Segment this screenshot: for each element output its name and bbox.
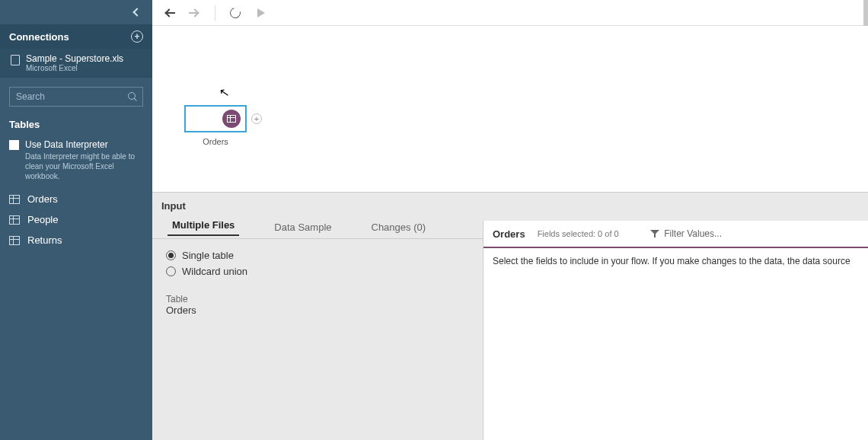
table-label: Returns [27,234,62,246]
radio-single-table[interactable]: Single table [166,250,469,261]
table-value: Orders [166,304,469,316]
filter-values-button[interactable]: Filter Values... [650,228,859,239]
search-input[interactable] [9,87,143,107]
table-heading: Table [166,294,469,304]
connection-item[interactable]: Sample - Superstore.xls Microsoft Excel [0,49,152,78]
refresh-button[interactable] [229,7,241,19]
input-config-pane: Multiple Files Data Sample Changes (0) S… [152,216,483,440]
add-connection-button[interactable]: + [131,30,143,43]
radio-label: Wildcard union [182,266,247,277]
cursor-icon: ↖ [218,84,230,100]
node-type-icon [222,110,241,128]
table-item-people[interactable]: People [0,209,152,230]
table-icon [227,115,236,123]
tab-data-sample[interactable]: Data Sample [270,222,336,233]
flow-canvas[interactable]: + Orders ↖ [152,26,868,192]
connections-label: Connections [9,31,69,43]
connection-name: Sample - Superstore.xls [26,53,123,64]
table-label: Orders [27,193,58,205]
fields-pane: Orders Fields selected: 0 of 0 Filter Va… [483,221,868,440]
node-label: Orders [203,137,228,146]
input-tabs: Multiple Files Data Sample Changes (0) [152,216,483,239]
forward-button[interactable] [189,7,201,19]
filter-label: Filter Values... [664,228,722,239]
play-icon [257,8,265,18]
sidebar-collapse-button[interactable] [0,0,152,24]
main-area: + Orders ↖ Input Multiple Files Data Sam… [152,0,868,440]
sidebar: Connections + Sample - Superstore.xls Mi… [0,0,152,440]
chevron-left-icon [132,8,141,16]
data-interpreter-title: Use Data Interpreter [25,139,143,150]
table-icon [9,236,20,245]
fields-title: Orders [493,228,525,240]
search-icon [128,92,137,101]
radio-wildcard-union[interactable]: Wildcard union [166,266,469,277]
toolbar-divider [215,5,215,21]
add-step-button[interactable]: + [251,113,262,124]
fields-message: Select the fields to include in your flo… [483,248,868,274]
back-button[interactable] [163,7,175,19]
data-interpreter-option[interactable]: Use Data Interpreter Data Interpreter mi… [0,136,152,189]
table-label: People [27,214,58,225]
toolbar [152,0,868,26]
bottom-panel: Input Multiple Files Data Sample Changes… [152,192,868,440]
table-icon [9,215,20,225]
table-icon [9,195,20,204]
connections-header: Connections + [0,24,152,49]
connection-type: Microsoft Excel [26,64,123,72]
table-item-orders[interactable]: Orders [0,189,152,209]
tables-section-label: Tables [0,116,152,136]
fields-header: Orders Fields selected: 0 of 0 Filter Va… [483,221,868,248]
filter-icon [650,230,659,238]
radio-label: Single table [182,250,234,261]
radio-icon [166,266,176,276]
run-button[interactable] [255,7,267,19]
radio-icon [166,250,176,260]
tab-changes[interactable]: Changes (0) [367,222,431,233]
panel-section-label: Input [152,193,868,216]
fields-selected-count: Fields selected: 0 of 0 [538,229,619,238]
flow-node-orders[interactable]: + Orders [184,105,247,146]
file-icon [11,55,20,65]
refresh-icon [228,5,242,20]
tab-multiple-files[interactable]: Multiple Files [168,219,239,236]
data-interpreter-checkbox[interactable] [9,140,19,150]
table-item-returns[interactable]: Returns [0,230,152,250]
data-interpreter-desc: Data Interpreter might be able to clean … [25,151,143,181]
